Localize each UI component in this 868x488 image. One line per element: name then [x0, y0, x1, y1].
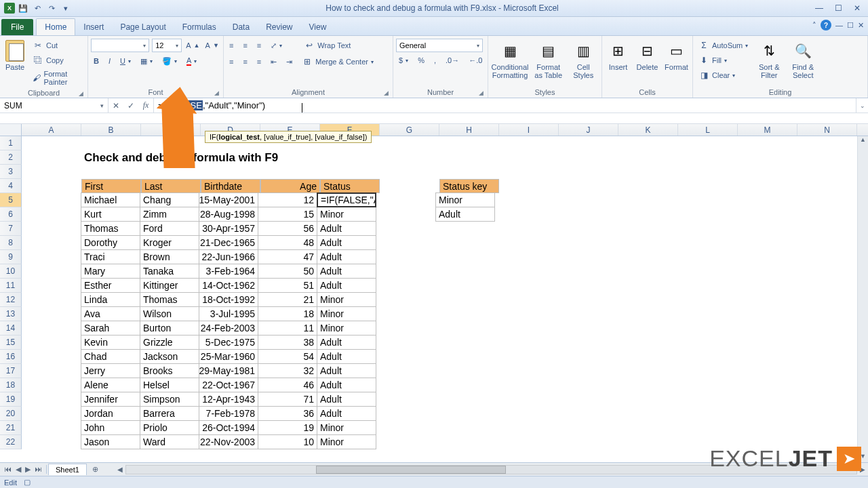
- cell[interactable]: 46: [258, 378, 317, 392]
- cell[interactable]: [376, 279, 436, 293]
- cell[interactable]: 3-Jul-1995: [199, 306, 258, 321]
- cell[interactable]: [439, 136, 499, 150]
- cell[interactable]: Kittinger: [140, 278, 199, 293]
- cell[interactable]: [496, 222, 555, 236]
- cell[interactable]: 32: [258, 363, 317, 378]
- cell[interactable]: [380, 136, 439, 150]
- row-header[interactable]: 16: [0, 350, 22, 364]
- workbook-restore-icon[interactable]: ☐: [847, 21, 854, 30]
- cell[interactable]: [559, 179, 618, 193]
- cell[interactable]: 47: [258, 249, 317, 264]
- bold-button[interactable]: B: [91, 55, 102, 67]
- cell[interactable]: [678, 136, 738, 150]
- cell[interactable]: 18: [258, 306, 317, 321]
- cell[interactable]: =IF(FALSE,"Ad: [317, 192, 376, 207]
- cell[interactable]: Kurt: [81, 207, 140, 222]
- row-header[interactable]: 18: [0, 378, 22, 392]
- cell[interactable]: Ford: [140, 221, 199, 236]
- cell[interactable]: [555, 350, 615, 364]
- cell[interactable]: [675, 421, 734, 435]
- cell[interactable]: Check and debug a formula with F9: [81, 150, 326, 165]
- align-top-button[interactable]: ≡: [226, 40, 236, 51]
- cell[interactable]: [555, 392, 615, 407]
- cell[interactable]: [436, 407, 496, 421]
- orientation-button[interactable]: ⤢▾: [268, 40, 285, 52]
- cell[interactable]: [436, 435, 496, 449]
- cell[interactable]: 38: [258, 335, 317, 350]
- row-header[interactable]: 2: [0, 150, 22, 165]
- cell[interactable]: [81, 136, 141, 150]
- row-header[interactable]: 11: [0, 279, 22, 293]
- cell[interactable]: Linda: [81, 292, 140, 307]
- cell[interactable]: Thomas: [81, 221, 140, 236]
- cell[interactable]: [505, 150, 564, 165]
- cell[interactable]: Brooks: [140, 363, 199, 378]
- cell[interactable]: First: [81, 179, 141, 193]
- cell[interactable]: [564, 150, 624, 165]
- cell[interactable]: [738, 165, 797, 179]
- cell[interactable]: [22, 250, 81, 264]
- number-format-select[interactable]: General▾: [396, 39, 483, 52]
- cell[interactable]: [794, 321, 854, 336]
- undo-icon[interactable]: ↶: [31, 2, 43, 14]
- cell[interactable]: [555, 336, 615, 350]
- column-header[interactable]: N: [797, 124, 857, 136]
- cell[interactable]: [496, 435, 555, 449]
- function-tooltip[interactable]: IF(logical_test, [value_if_true], [value…: [205, 131, 372, 143]
- cell[interactable]: [794, 350, 854, 364]
- cell[interactable]: Minor: [317, 420, 376, 435]
- cell[interactable]: [496, 350, 555, 364]
- select-all-button[interactable]: [0, 124, 22, 136]
- minimize-ribbon-icon[interactable]: ˄: [812, 21, 816, 30]
- insert-cells-button[interactable]: ⊞Insert: [605, 39, 631, 73]
- row-header[interactable]: 22: [0, 435, 22, 449]
- cell[interactable]: [260, 165, 320, 179]
- row-header[interactable]: 4: [0, 179, 22, 193]
- cell[interactable]: [618, 179, 678, 193]
- cell[interactable]: [803, 150, 863, 165]
- cell[interactable]: [555, 293, 615, 307]
- next-sheet-button[interactable]: ▶: [24, 465, 32, 474]
- cell[interactable]: [738, 179, 797, 193]
- cell[interactable]: [797, 136, 857, 150]
- cell[interactable]: [615, 435, 675, 449]
- cell[interactable]: Adult: [317, 406, 376, 421]
- cell[interactable]: 12-Apr-1943: [199, 392, 258, 407]
- last-sheet-button[interactable]: ⏭: [33, 465, 43, 474]
- cell[interactable]: 19: [258, 420, 317, 435]
- paste-button[interactable]: Paste: [3, 39, 27, 73]
- cell[interactable]: [376, 193, 436, 207]
- cell[interactable]: [376, 336, 436, 350]
- minimize-button[interactable]: —: [812, 3, 826, 14]
- workbook-close-icon[interactable]: ✕: [858, 21, 864, 30]
- cell[interactable]: [734, 207, 793, 222]
- cell[interactable]: [436, 350, 496, 364]
- font-color-button[interactable]: A▾: [184, 55, 199, 67]
- row-header[interactable]: 9: [0, 250, 22, 264]
- tab-home[interactable]: Home: [36, 18, 75, 35]
- cell[interactable]: [734, 236, 794, 250]
- cell[interactable]: 22-Jun-1966: [199, 249, 258, 264]
- cell[interactable]: [794, 250, 854, 264]
- cell[interactable]: 56: [258, 221, 317, 236]
- cell[interactable]: [22, 193, 81, 207]
- cell[interactable]: [615, 279, 675, 293]
- cell[interactable]: [734, 307, 794, 321]
- column-header[interactable]: K: [618, 124, 678, 136]
- cell[interactable]: 48: [258, 235, 317, 250]
- cell[interactable]: 25-Mar-1960: [199, 349, 258, 364]
- cell[interactable]: 15-May-2001: [199, 192, 258, 207]
- cell-styles-button[interactable]: ▥Cell Styles: [568, 39, 599, 81]
- cell[interactable]: [376, 264, 436, 279]
- tab-page-layout[interactable]: Page Layout: [112, 19, 174, 35]
- cell[interactable]: Last: [141, 179, 201, 193]
- cell[interactable]: Mary: [81, 264, 140, 279]
- cell[interactable]: [555, 407, 615, 421]
- prev-sheet-button[interactable]: ◀: [14, 465, 22, 474]
- tab-insert[interactable]: Insert: [75, 19, 112, 35]
- fill-color-button[interactable]: 🪣▾: [159, 55, 180, 67]
- cell[interactable]: 21: [258, 292, 317, 307]
- comma-button[interactable]: ,: [431, 55, 439, 66]
- cell[interactable]: [555, 264, 615, 279]
- cell[interactable]: [555, 378, 615, 392]
